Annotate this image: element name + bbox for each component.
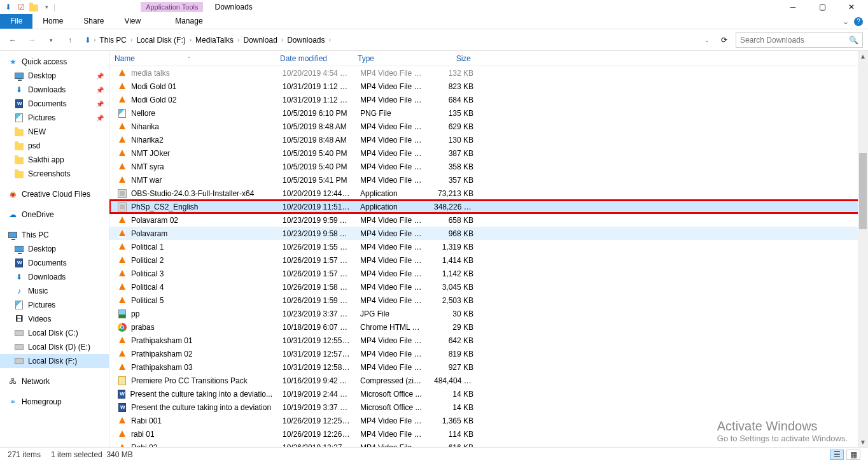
share-tab[interactable]: Share (73, 14, 114, 29)
file-row[interactable]: OBS-Studio-24.0.3-Full-Installer-x6410/2… (109, 187, 868, 200)
sidebar-item[interactable]: Pictures📌 (0, 111, 109, 125)
column-size[interactable]: Size (426, 52, 476, 66)
application-tools-tab[interactable]: Application Tools (141, 2, 203, 12)
chevron-right-icon[interactable]: › (237, 36, 239, 43)
file-row[interactable]: PhSp_CS2_English10/20/2019 11:51 ...Appl… (109, 200, 868, 213)
ribbon-collapse-icon[interactable]: ⌄ (843, 17, 849, 26)
view-tab[interactable]: View (114, 14, 151, 29)
file-row[interactable]: Political 310/26/2019 1:57 PMMP4 Video F… (109, 267, 868, 280)
file-row[interactable]: Modi Gold 0110/31/2019 1:12 PMMP4 Video … (109, 80, 868, 93)
down-arrow-icon[interactable]: ⬇ (3, 1, 14, 13)
chevron-right-icon[interactable]: › (130, 36, 132, 43)
help-icon[interactable]: ? (854, 17, 863, 26)
network[interactable]: 🖧Network (0, 374, 109, 388)
onedrive[interactable]: ☁OneDrive (0, 208, 109, 222)
navigation-pane[interactable]: ★Quick access Desktop📌⬇Downloads📌Documen… (0, 51, 109, 447)
column-date[interactable]: Date modified (275, 52, 353, 66)
scroll-up-icon[interactable]: ▴ (858, 51, 868, 61)
sidebar-item[interactable]: Local Disk (C:) (0, 326, 109, 340)
sidebar-item[interactable]: Local Disk (F:) (0, 354, 109, 368)
file-row[interactable]: Premiere Pro CC Transitions Pack10/16/20… (109, 374, 868, 387)
quick-access[interactable]: ★Quick access (0, 55, 109, 69)
column-type[interactable]: Type (353, 52, 426, 66)
sidebar-item[interactable]: 🎞Videos (0, 312, 109, 326)
breadcrumb-disk[interactable]: Local Disk (F:) (135, 34, 186, 46)
sidebar-item[interactable]: ♪Music (0, 284, 109, 298)
search-input[interactable] (740, 36, 849, 45)
this-pc[interactable]: This PC (0, 228, 109, 242)
column-headers[interactable]: Name ˄ Date modified Type Size (109, 51, 868, 66)
recent-dropdown[interactable]: ▾ (43, 32, 59, 48)
chevron-right-icon[interactable]: › (94, 36, 95, 43)
homegroup[interactable]: ⚭Homegroup (0, 395, 109, 409)
sidebar-item[interactable]: Desktop📌 (0, 69, 109, 83)
folder-icon[interactable] (28, 1, 39, 13)
file-row[interactable]: Prathipaksham 0110/31/2019 12:55 ...MP4 … (109, 334, 868, 347)
file-row[interactable]: Political 410/26/2019 1:58 PMMP4 Video F… (109, 280, 868, 294)
close-button[interactable]: ✕ (843, 1, 860, 13)
search-box[interactable]: 🔍 (736, 32, 863, 48)
file-rows[interactable]: media talks10/20/2019 4:54 PMMP4 Video F… (109, 66, 868, 447)
column-name[interactable]: Name ˄ (109, 52, 275, 66)
vertical-scrollbar[interactable]: ▴ ▾ (858, 51, 868, 447)
creative-cloud[interactable]: ◉Creative Cloud Files (0, 187, 109, 201)
file-tab[interactable]: File (0, 14, 32, 29)
scroll-thumb[interactable] (859, 153, 867, 229)
address-dropdown-icon[interactable]: ⌄ (704, 37, 710, 43)
details-view-button[interactable]: ☰ (830, 450, 844, 460)
sidebar-item[interactable]: NEW (0, 125, 109, 139)
manage-tab[interactable]: Manage (165, 14, 213, 29)
back-button[interactable]: ← (5, 32, 20, 48)
file-row[interactable]: Polavaram10/23/2019 9:58 AMMP4 Video Fil… (109, 227, 868, 240)
sidebar-item[interactable]: Documents📌 (0, 97, 109, 111)
file-row[interactable]: Modi Gold 0210/31/2019 1:12 PMMP4 Video … (109, 93, 868, 106)
refresh-button[interactable]: ⟳ (717, 36, 732, 45)
file-type: MP4 Video File (V... (355, 122, 429, 131)
sidebar-item[interactable]: Local Disk (D) (E:) (0, 340, 109, 354)
breadcrumb[interactable]: ⬇ › This PC › Local Disk (F:) › MediaTal… (81, 32, 713, 48)
chevron-right-icon[interactable]: › (329, 36, 331, 43)
breadcrumb-mediatalks[interactable]: MediaTalks (194, 34, 235, 46)
file-row[interactable]: Prathipaksham 0310/31/2019 12:58 ...MP4 … (109, 360, 868, 374)
file-row[interactable]: Political 510/26/2019 1:59 PMMP4 Video F… (109, 294, 868, 307)
sidebar-item[interactable]: Sakthi app (0, 153, 109, 167)
checkbox-icon[interactable]: ☑ (15, 1, 27, 13)
sidebar-item[interactable]: psd (0, 139, 109, 153)
maximize-button[interactable]: ▢ (813, 1, 831, 13)
file-row[interactable]: Political 210/26/2019 1:57 PMMP4 Video F… (109, 253, 868, 267)
sidebar-item[interactable]: Desktop (0, 242, 109, 256)
file-row[interactable]: Present the culture taking into a deviat… (109, 401, 868, 414)
chevron-right-icon[interactable]: › (281, 36, 283, 43)
file-row[interactable]: Political 110/26/2019 1:55 PMMP4 Video F… (109, 240, 868, 253)
sidebar-item[interactable]: Documents (0, 256, 109, 270)
file-row[interactable]: NMT JOker10/5/2019 5:40 PMMP4 Video File… (109, 146, 868, 160)
file-row[interactable]: Polavaram 0210/23/2019 9:59 AMMP4 Video … (109, 213, 868, 227)
file-row[interactable]: pp10/23/2019 3:37 PMJPG File30 KB (109, 307, 868, 320)
file-row[interactable]: Present the culture taking into a deviat… (109, 387, 868, 401)
forward-button[interactable]: → (24, 32, 39, 48)
home-tab[interactable]: Home (32, 14, 73, 29)
thumbnails-view-button[interactable]: ▦ (846, 450, 860, 460)
sidebar-item[interactable]: Screenshots (0, 167, 109, 181)
file-type: MP4 Video File (V... (355, 336, 429, 345)
file-row[interactable]: prabas10/18/2019 6:07 PMChrome HTML Do..… (109, 320, 868, 334)
scroll-down-icon[interactable]: ▾ (858, 437, 868, 447)
minimize-button[interactable]: ─ (784, 1, 802, 13)
search-icon[interactable]: 🔍 (849, 36, 858, 45)
breadcrumb-this-pc[interactable]: This PC (98, 34, 128, 46)
chevron-right-icon[interactable]: › (190, 36, 192, 43)
sidebar-item[interactable]: ⬇Downloads (0, 270, 109, 284)
sidebar-item[interactable]: Pictures (0, 298, 109, 312)
file-row[interactable]: NMT syra10/5/2019 5:40 PMMP4 Video File … (109, 160, 868, 173)
file-row[interactable]: Prathipaksham 0210/31/2019 12:57 ...MP4 … (109, 347, 868, 360)
file-row[interactable]: Niharika10/5/2019 8:48 AMMP4 Video File … (109, 120, 868, 133)
file-row[interactable]: Niharika210/5/2019 8:48 AMMP4 Video File… (109, 133, 868, 146)
breadcrumb-downloads[interactable]: Downloads (286, 34, 326, 46)
file-row[interactable]: NMT war10/5/2019 5:41 PMMP4 Video File (… (109, 173, 868, 187)
file-row[interactable]: Nellore10/5/2019 6:10 PMPNG File135 KB (109, 106, 868, 120)
breadcrumb-download[interactable]: Download (242, 34, 278, 46)
up-button[interactable]: ↑ (62, 32, 78, 48)
sidebar-item[interactable]: ⬇Downloads📌 (0, 83, 109, 97)
file-row[interactable]: media talks10/20/2019 4:54 PMMP4 Video F… (109, 66, 868, 80)
qat-dropdown-icon[interactable]: ▾ (41, 1, 52, 13)
